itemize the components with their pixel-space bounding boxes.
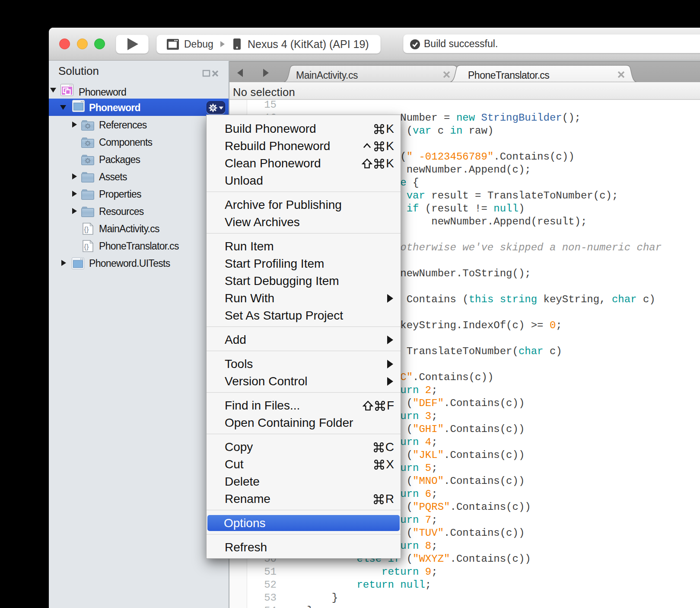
svg-text:MainActivity.cs: MainActivity.cs bbox=[296, 70, 358, 81]
svg-text:PhoneTranslator.cs: PhoneTranslator.cs bbox=[468, 70, 549, 81]
svg-text:{}: {} bbox=[84, 243, 89, 250]
svg-text:{}: {} bbox=[84, 226, 89, 233]
